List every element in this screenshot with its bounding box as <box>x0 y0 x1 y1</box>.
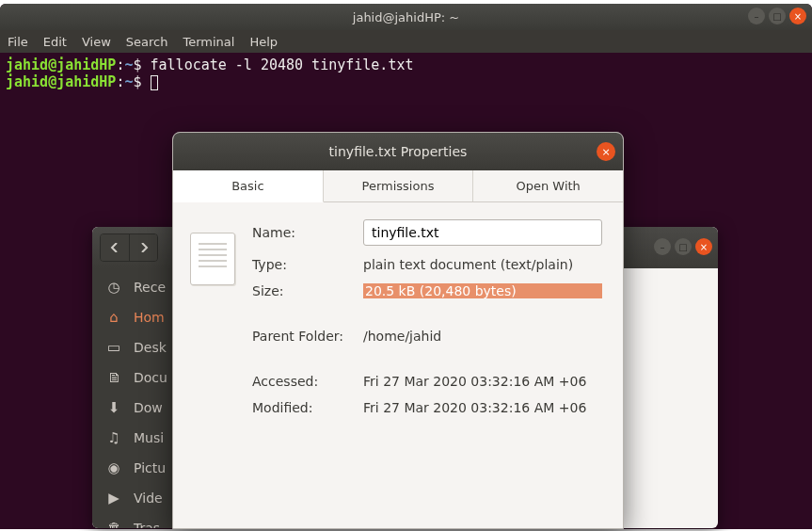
parent-folder-label: Parent Folder: <box>252 329 356 344</box>
forward-button[interactable] <box>129 234 157 261</box>
menu-file[interactable]: File <box>8 35 28 49</box>
terminal-titlebar: jahid@jahidHP: ~ – □ × <box>0 4 812 30</box>
sidebar-item-label: Pictu <box>134 460 166 475</box>
minimize-button[interactable]: – <box>748 8 765 24</box>
terminal-title: jahid@jahidHP: ~ <box>353 10 459 24</box>
dialog-title: tinyfile.txt Properties <box>329 144 468 159</box>
prompt-dollar: $ <box>133 73 150 90</box>
video-icon: ▶ <box>105 490 122 507</box>
menu-view[interactable]: View <box>82 35 111 49</box>
chevron-right-icon <box>139 243 149 252</box>
tab-label: Permissions <box>362 179 435 193</box>
parent-folder-value: /home/jahid <box>363 329 602 344</box>
terminal-menubar: File Edit View Search Terminal Help <box>0 30 812 53</box>
name-label: Name: <box>252 225 356 240</box>
desktop-icon: ▭ <box>105 339 122 356</box>
dialog-tabs: Basic Permissions Open With <box>173 170 623 202</box>
sidebar-item-label: Rece <box>134 280 166 295</box>
tab-label: Basic <box>231 179 263 193</box>
tab-open-with[interactable]: Open With <box>473 170 623 201</box>
terminal-window-controls: – □ × <box>748 8 806 24</box>
file-manager-window-controls: – □ × <box>654 238 712 255</box>
accessed-value: Fri 27 Mar 2020 03:32:16 AM +06 <box>363 374 602 389</box>
document-icon: 🗎 <box>105 369 122 386</box>
tab-permissions[interactable]: Permissions <box>324 170 474 201</box>
tab-basic[interactable]: Basic <box>173 170 324 202</box>
accessed-label: Accessed: <box>252 374 356 389</box>
tab-label: Open With <box>516 179 580 193</box>
name-input[interactable] <box>363 219 602 246</box>
nav-buttons <box>100 233 158 262</box>
close-button[interactable]: × <box>789 8 806 24</box>
sidebar-item-label: Hom <box>134 310 165 325</box>
sidebar-item-label: Vide <box>134 491 163 506</box>
close-icon: × <box>601 146 610 158</box>
sidebar-item-label: Tras <box>134 521 160 528</box>
trash-icon: 🗑 <box>105 520 122 528</box>
menu-help[interactable]: Help <box>249 35 278 49</box>
chevron-left-icon <box>110 243 119 252</box>
properties-dialog: tinyfile.txt Properties × Basic Permissi… <box>172 132 624 529</box>
file-type-icon <box>190 233 235 285</box>
close-button[interactable]: × <box>695 238 712 255</box>
size-label: Size: <box>252 283 356 298</box>
sidebar-item-label: Desk <box>134 340 167 355</box>
modified-label: Modified: <box>252 400 356 415</box>
menu-search[interactable]: Search <box>126 35 168 49</box>
menu-edit[interactable]: Edit <box>43 35 67 49</box>
sidebar-item-label: Dow <box>134 400 163 415</box>
maximize-button[interactable]: □ <box>769 8 786 24</box>
sidebar-item-label: Docu <box>134 370 167 385</box>
maximize-button[interactable]: □ <box>675 238 692 255</box>
dialog-titlebar: tinyfile.txt Properties × <box>173 133 623 170</box>
size-value: 20.5 kB (20,480 bytes) <box>363 283 602 298</box>
terminal-body[interactable]: jahid@jahidHP:~$ fallocate -l 20480 tiny… <box>0 53 812 94</box>
music-icon: ♫ <box>105 429 122 446</box>
terminal-cursor <box>151 75 158 90</box>
home-icon: ⌂ <box>105 309 122 326</box>
prompt-user: jahid@jahidHP <box>6 73 116 90</box>
dialog-body: Name: Type: plain text document (text/pl… <box>173 202 623 432</box>
prompt-user: jahid@jahidHP <box>6 56 116 73</box>
back-button[interactable] <box>101 234 129 261</box>
modified-value: Fri 27 Mar 2020 03:32:16 AM +06 <box>363 400 602 415</box>
download-icon: ⬇ <box>105 399 122 416</box>
clock-icon: ◷ <box>105 279 122 296</box>
type-value: plain text document (text/plain) <box>363 257 602 272</box>
sidebar-item-label: Musi <box>134 430 164 445</box>
type-label: Type: <box>252 257 356 272</box>
prompt-dollar: $ <box>133 56 150 73</box>
minimize-button[interactable]: – <box>654 238 671 255</box>
dialog-close-button[interactable]: × <box>597 142 615 161</box>
terminal-command: fallocate -l 20480 tinyfile.txt <box>151 56 414 73</box>
menu-terminal[interactable]: Terminal <box>183 35 234 49</box>
camera-icon: ◉ <box>105 459 122 476</box>
